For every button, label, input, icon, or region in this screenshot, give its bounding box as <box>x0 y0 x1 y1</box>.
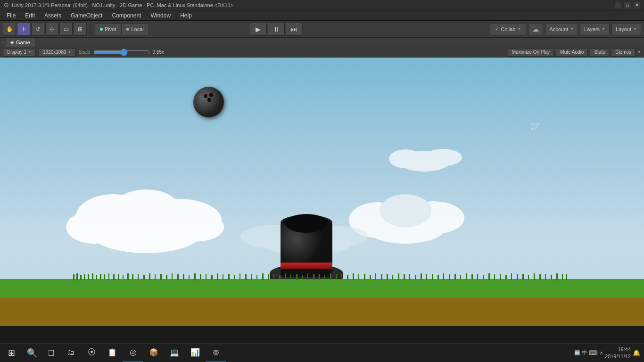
taskbar-lang: 🔤 <box>574 350 580 355</box>
account-label: Account <box>549 26 568 32</box>
game-ctrl-right: Maximize On Play Mute Audio Stats Gizmos… <box>508 48 641 57</box>
svg-rect-58 <box>234 275 235 280</box>
taskview-button[interactable]: ❑ <box>41 344 60 362</box>
menu-edit[interactable]: Edit <box>20 11 40 20</box>
svg-rect-75 <box>330 273 331 280</box>
app4-icon: 📋 <box>107 348 117 357</box>
svg-rect-26 <box>73 274 74 280</box>
svg-rect-76 <box>336 274 337 280</box>
taskbar-app4[interactable]: 📋 <box>102 344 123 362</box>
taskbar-file-explorer[interactable]: 🗂 <box>60 344 81 362</box>
tab-scroll-left[interactable]: ≡ <box>0 38 6 47</box>
taskbar-app7[interactable]: 💻 <box>164 344 185 362</box>
mute-audio-button[interactable]: Mute Audio <box>556 48 588 57</box>
menu-file[interactable]: File <box>2 11 20 20</box>
svg-rect-56 <box>223 274 223 280</box>
svg-rect-77 <box>341 274 342 280</box>
clock: 19:44 2019/11/12 <box>605 346 631 360</box>
ball-hole-1 <box>204 94 207 98</box>
svg-rect-23 <box>281 263 332 269</box>
collab-button[interactable]: ✓ Collab ▼ <box>490 23 526 35</box>
account-button[interactable]: Account ▼ <box>545 23 578 35</box>
svg-rect-37 <box>118 274 119 280</box>
unity-logo: ⊙ <box>4 1 9 8</box>
rect-tool[interactable]: ▭ <box>59 23 73 36</box>
pause-button[interactable]: ⏸ <box>268 23 285 36</box>
svg-rect-80 <box>358 274 359 280</box>
game-tab-icon: ◈ <box>10 40 14 45</box>
taskbar-keyboard: ⌨ <box>589 349 598 356</box>
local-label: Local <box>131 26 143 32</box>
ground-dirt <box>0 298 644 326</box>
svg-rect-87 <box>398 273 399 280</box>
svg-rect-105 <box>500 274 501 280</box>
game-tab[interactable]: ◈ Game <box>6 38 35 47</box>
maximize-button[interactable]: □ <box>624 2 631 8</box>
search-icon: 🔍 <box>27 348 37 358</box>
svg-rect-69 <box>296 274 297 280</box>
step-button[interactable]: ⏭ <box>286 23 303 36</box>
taskbar-unity-main[interactable]: ◎ <box>123 344 143 362</box>
resolution-button[interactable]: 1920x1080 ▼ <box>39 48 75 57</box>
menu-gameobject[interactable]: GameObject <box>66 11 107 20</box>
svg-rect-70 <box>302 275 303 280</box>
pivot-button[interactable]: Pivot <box>95 23 121 35</box>
menu-assets[interactable]: Assets <box>40 11 66 20</box>
svg-rect-79 <box>353 273 354 280</box>
start-button[interactable]: ⊞ <box>0 344 23 362</box>
menu-component[interactable]: Component <box>107 11 146 20</box>
display-button[interactable]: Display 1 ▼ <box>3 48 36 57</box>
taskbar: ⊞ 🔍 ❑ 🗂 ⦿ 📋 ◎ 📦 💻 📊 ⊚ 🔤 中 ⌨ ∧ 19:44 2019… <box>0 343 644 362</box>
cloud-button[interactable]: ☁ <box>528 23 543 35</box>
game-tab-label: Game <box>16 40 30 45</box>
svg-rect-47 <box>172 273 173 280</box>
local-button[interactable]: Local <box>121 23 149 35</box>
taskbar-chrome[interactable]: ⦿ <box>81 344 102 362</box>
pivot-label: Pivot <box>105 26 116 32</box>
close-button[interactable]: ✕ <box>634 2 640 8</box>
menu-window[interactable]: Window <box>146 11 175 20</box>
gizmos-button[interactable]: Gizmos <box>611 48 636 57</box>
layout-button[interactable]: Layout ▼ <box>611 23 641 35</box>
svg-rect-55 <box>217 273 218 280</box>
scale-label: Scale <box>78 49 90 55</box>
svg-rect-94 <box>438 275 439 280</box>
unity-secondary-icon: ⊚ <box>213 347 219 357</box>
svg-rect-52 <box>200 274 201 280</box>
transform-tool[interactable]: ⊞ <box>74 23 87 36</box>
rotate-tool[interactable]: ↺ <box>31 23 44 36</box>
taskbar-app6[interactable]: 📦 <box>143 344 164 362</box>
stats-button[interactable]: Stats <box>590 48 609 57</box>
minimize-button[interactable]: ─ <box>615 2 621 8</box>
search-icon-btn[interactable]: 🔍 <box>23 344 41 362</box>
taskbar-chevron[interactable]: ∧ <box>600 350 603 355</box>
taskbar-powerpoint[interactable]: 📊 <box>185 344 206 362</box>
move-tool[interactable]: ✛ <box>17 23 30 36</box>
hand-tool[interactable]: ✋ <box>3 23 16 36</box>
title-bar-controls[interactable]: ─ □ ✕ <box>615 2 640 8</box>
svg-rect-48 <box>177 274 179 280</box>
maximize-on-play-button[interactable]: Maximize On Play <box>508 48 554 57</box>
scale-slider[interactable] <box>93 50 150 55</box>
app6-icon: 📦 <box>149 348 158 357</box>
taskbar-unity-secondary[interactable]: ⊚ <box>206 344 226 362</box>
svg-rect-100 <box>471 274 473 280</box>
layers-button[interactable]: Layers ▼ <box>580 23 610 35</box>
svg-rect-101 <box>477 274 478 280</box>
scale-tool[interactable]: ⊹ <box>45 23 58 36</box>
svg-rect-78 <box>347 275 348 280</box>
svg-rect-45 <box>160 274 162 280</box>
start-icon: ⊞ <box>8 348 15 358</box>
menu-help[interactable]: Help <box>175 11 197 20</box>
resolution-arrow: ▼ <box>68 50 72 54</box>
svg-rect-81 <box>364 274 365 280</box>
clock-date: 2019/11/12 <box>605 353 631 360</box>
play-button[interactable]: ▶ <box>250 23 267 36</box>
svg-rect-73 <box>319 274 320 280</box>
notification-icon[interactable]: 🔔 <box>633 349 640 356</box>
svg-rect-64 <box>268 274 269 280</box>
svg-rect-86 <box>392 275 393 280</box>
svg-rect-36 <box>113 274 115 280</box>
svg-rect-111 <box>534 273 535 280</box>
layers-label: Layers <box>584 26 600 32</box>
